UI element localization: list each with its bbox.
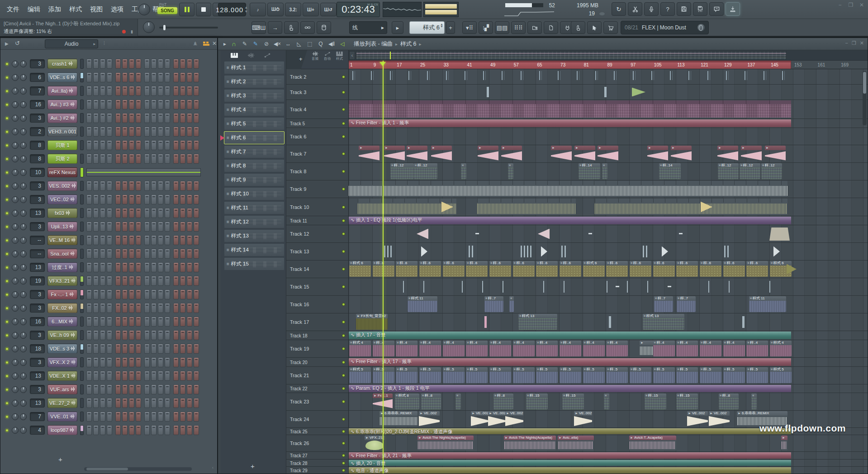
mini-clip[interactable] [564, 246, 566, 258]
step-cell[interactable] [173, 317, 179, 327]
mini-clip[interactable] [503, 281, 503, 293]
clip[interactable]: ≡样..4 [419, 341, 441, 356]
mini-clip[interactable] [607, 281, 607, 293]
step-cell[interactable] [129, 86, 134, 96]
pattern-item[interactable]: ≡样式 7 [224, 145, 285, 158]
step-cell[interactable] [173, 398, 179, 408]
step-cell[interactable] [173, 154, 179, 164]
channel-enable-led[interactable] [5, 198, 9, 201]
step-cell[interactable] [158, 86, 163, 96]
step-cell[interactable] [165, 249, 170, 259]
mini-clip[interactable] [465, 71, 467, 80]
delete-tool-icon[interactable]: ⊘ [262, 41, 270, 47]
step-cell[interactable] [107, 398, 112, 408]
track-led[interactable] [342, 303, 345, 306]
step-cell[interactable] [136, 72, 141, 82]
step-cell[interactable] [93, 371, 99, 381]
step-cell[interactable] [173, 194, 179, 204]
lane-track-22[interactable]: ∿ Param. EQ 2 - 插入 1 - 频段 1 电平 [349, 384, 868, 393]
step-cell[interactable] [122, 154, 128, 164]
track-header-track-28[interactable]: Track 28 [286, 460, 348, 467]
mini-clip[interactable] [482, 281, 483, 293]
step-cell[interactable] [194, 398, 199, 408]
channel-target-number[interactable]: 3 [30, 181, 45, 190]
mini-clip[interactable] [564, 281, 564, 293]
step-cell[interactable] [122, 425, 128, 435]
step-cell[interactable] [144, 249, 150, 259]
step-cell[interactable] [100, 86, 105, 96]
channel-target-number[interactable]: 16 [30, 317, 45, 326]
channel-target-number[interactable]: 18 [30, 344, 45, 353]
channel-volume-knob[interactable] [20, 101, 27, 108]
step-cell[interactable] [173, 100, 179, 109]
channel-volume-knob[interactable] [20, 386, 27, 393]
channel-button[interactable]: VE..27_2 [47, 398, 77, 408]
file-operations-button[interactable] [544, 21, 558, 34]
step-cell[interactable] [187, 425, 192, 435]
lane-track-12[interactable] [349, 225, 868, 243]
step-cell[interactable] [115, 371, 121, 381]
track-header-track-7[interactable]: Track 7 [286, 145, 348, 163]
picker-tab-audio[interactable] [248, 52, 254, 60]
step-cell[interactable] [93, 235, 99, 245]
track-header-track-15[interactable]: Track 15 [286, 278, 348, 296]
track-header-track-27[interactable]: Track 27 [286, 452, 348, 460]
mini-clip[interactable] [352, 71, 355, 80]
step-cell[interactable] [129, 249, 134, 259]
step-cell[interactable] [144, 289, 150, 299]
channel-button[interactable]: VDE..s 3 [47, 344, 77, 354]
channel-button[interactable]: VE..M 16 [47, 235, 77, 245]
channel-pan-knob[interactable] [12, 61, 19, 67]
channel-pan-knob[interactable] [12, 386, 19, 393]
step-cell[interactable] [194, 59, 199, 69]
channel-pan-knob[interactable] [12, 210, 19, 217]
step-cell[interactable] [115, 100, 121, 109]
clip[interactable]: ►Avicii-The Nights(Acapella) [417, 436, 474, 450]
step-cell[interactable] [194, 276, 199, 286]
snap-magnet-icon[interactable]: ∩ [230, 40, 238, 47]
step-cell[interactable] [187, 330, 192, 340]
step-cell[interactable] [136, 317, 141, 327]
clip[interactable]: ≡ [509, 296, 514, 312]
step-cell[interactable] [136, 398, 141, 408]
step-cell[interactable] [151, 425, 157, 435]
channel-target-number[interactable]: 3 [30, 222, 45, 231]
track-header-track-23[interactable]: Track 23 [286, 393, 348, 411]
step-cell[interactable] [115, 344, 121, 354]
clip[interactable]: ≡样式 11 [408, 296, 437, 312]
step-cell[interactable] [158, 289, 163, 299]
clip[interactable]: ≡样式 13 [643, 314, 684, 330]
step-cell[interactable] [151, 412, 157, 422]
channel-button[interactable]: FX..02 [47, 303, 77, 313]
last-tweaked-button[interactable] [317, 21, 331, 34]
channel-volume-knob[interactable] [20, 346, 27, 352]
mini-clip[interactable] [724, 246, 726, 258]
step-cell[interactable] [144, 384, 150, 394]
step-cell[interactable] [144, 222, 150, 232]
clip[interactable]: ≡样..12 [761, 163, 782, 179]
automation-clip[interactable]: ∿ 电音 - 通道声像 [349, 467, 791, 474]
playlist-maximize[interactable]: ❐ [852, 40, 856, 46]
minimize-button[interactable]: − [836, 2, 844, 8]
step-edit-button[interactable]: → [268, 21, 282, 34]
stop-button[interactable] [196, 3, 211, 16]
step-cell[interactable] [173, 86, 179, 96]
clip[interactable]: ≡样..4 [489, 341, 511, 356]
clip[interactable]: ≡样..6 [700, 261, 721, 277]
clip[interactable]: ≡样..4 [583, 341, 605, 356]
channel-enable-led[interactable] [5, 144, 9, 147]
channel-pan-knob[interactable] [12, 74, 19, 81]
channel-target-number[interactable]: 19 [30, 276, 45, 285]
channel-pan-knob[interactable] [12, 291, 19, 298]
step-cell[interactable] [129, 398, 134, 408]
rack-play-icon[interactable]: ▶ [5, 41, 9, 46]
step-cell[interactable] [158, 371, 163, 381]
step-cell[interactable] [173, 357, 179, 367]
clip[interactable]: ≡样..6 [489, 261, 511, 277]
step-cell[interactable] [187, 194, 192, 204]
step-cell[interactable] [194, 317, 199, 327]
step-cell[interactable] [86, 371, 92, 381]
step-cell[interactable] [115, 113, 121, 123]
mini-clip[interactable] [742, 316, 745, 328]
channel-target-number[interactable]: 3 [30, 114, 45, 123]
